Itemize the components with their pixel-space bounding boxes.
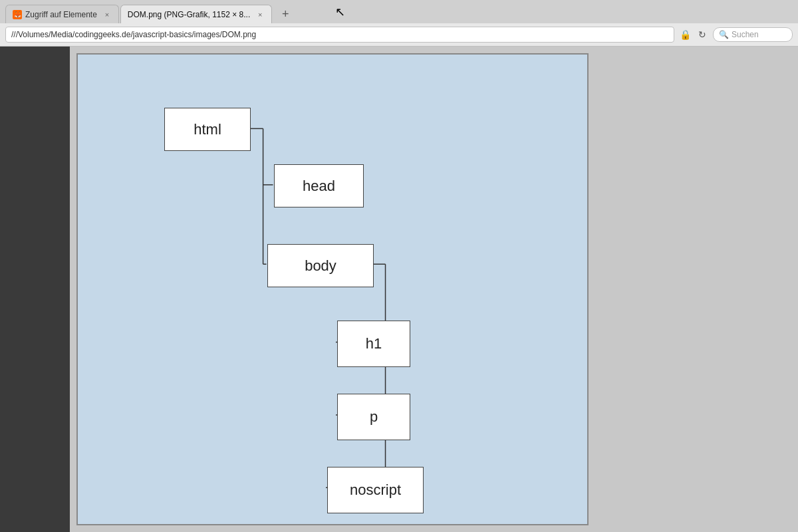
reload-button[interactable]: ↻	[696, 28, 709, 41]
tab-2-label: DOM.png (PNG-Grafik, 1152 × 8...	[128, 10, 250, 19]
node-noscript: noscript	[327, 467, 424, 513]
tab-1-favicon: 🦊	[13, 10, 22, 19]
tab-2-close[interactable]: ×	[255, 10, 265, 19]
node-p-label: p	[370, 408, 378, 426]
browser-content: html head body h1 p noscript	[0, 47, 798, 532]
left-sidebar	[0, 47, 70, 532]
tab-bar: 🦊 Zugriff auf Elemente × DOM.png (PNG-Gr…	[0, 0, 798, 23]
node-head-label: head	[303, 178, 335, 195]
search-box[interactable]: 🔍 Suchen	[713, 27, 793, 42]
address-bar-row: ///Volumes/Media/codinggeeks.de/javascri…	[0, 23, 798, 46]
node-h1-label: h1	[366, 335, 382, 352]
node-html: html	[164, 108, 251, 151]
main-viewport: html head body h1 p noscript	[70, 47, 798, 532]
search-icon: 🔍	[719, 30, 729, 39]
node-p: p	[337, 394, 410, 440]
node-body: body	[267, 244, 374, 287]
tab-1-label: Zugriff auf Elemente	[25, 10, 97, 19]
add-tab-button[interactable]: +	[276, 5, 295, 23]
security-icon[interactable]: 🔒	[678, 28, 692, 41]
search-placeholder: Suchen	[732, 30, 759, 39]
node-h1: h1	[337, 321, 410, 367]
address-bar[interactable]: ///Volumes/Media/codinggeeks.de/javascri…	[5, 27, 674, 43]
address-text: ///Volumes/Media/codinggeeks.de/javascri…	[11, 30, 256, 39]
node-html-label: html	[194, 121, 221, 138]
node-body-label: body	[305, 257, 336, 275]
browser-chrome: 🦊 Zugriff auf Elemente × DOM.png (PNG-Gr…	[0, 0, 798, 47]
dom-tree-lines	[78, 55, 587, 524]
node-noscript-label: noscript	[350, 481, 401, 499]
tab-1[interactable]: 🦊 Zugriff auf Elemente ×	[5, 5, 119, 23]
dom-diagram-container: html head body h1 p noscript	[76, 53, 589, 525]
tab-1-close[interactable]: ×	[102, 10, 112, 19]
node-head: head	[274, 164, 364, 207]
tab-2[interactable]: DOM.png (PNG-Grafik, 1152 × 8... ×	[120, 5, 272, 23]
